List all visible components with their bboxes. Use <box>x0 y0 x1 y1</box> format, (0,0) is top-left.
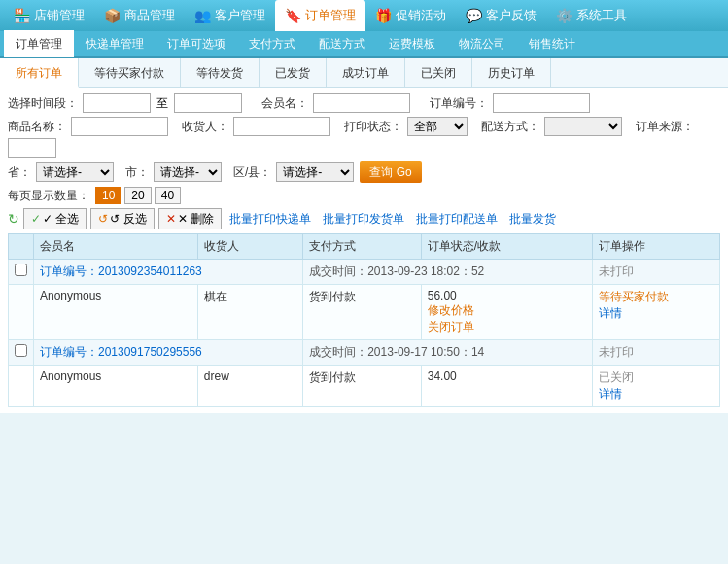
nav-tools[interactable]: ⚙️ 系统工具 <box>546 0 637 31</box>
print-status-label: 打印状态： <box>344 119 402 135</box>
delivery-method-select[interactable] <box>544 117 622 136</box>
top-nav: 🏪 店铺管理 📦 商品管理 👥 客户管理 🔖 订单管理 🎁 促销活动 💬 客户反… <box>0 0 728 31</box>
goods-icon: 📦 <box>104 8 121 23</box>
invert-select-button[interactable]: ↺ ↺ 反选 <box>90 208 154 229</box>
second-nav: 订单管理 快递单管理 订单可选项 支付方式 配送方式 运费模板 物流公司 销售统… <box>0 31 728 58</box>
order1-header: 订单编号：2013092354011263 <box>34 260 303 285</box>
time-to-input[interactable] <box>174 93 242 113</box>
col-status: 订单状态/收款 <box>421 234 592 260</box>
tab-shipped[interactable]: 已发货 <box>260 58 327 88</box>
delete-icon: ✕ <box>166 212 176 226</box>
order2-receiver: drew <box>197 366 302 407</box>
nav-customer[interactable]: 👥 客户管理 <box>185 0 275 31</box>
order2-id: 订单编号：2013091750295556 <box>40 345 202 359</box>
tab-all-orders[interactable]: 所有订单 <box>0 58 79 88</box>
order1-wait-pay-status: 等待买家付款 <box>599 290 669 303</box>
nav-store[interactable]: 🏪 店铺管理 <box>4 0 94 31</box>
perpage-40[interactable]: 40 <box>155 187 181 204</box>
table-row: 订单编号：2013091750295556 成交时间：2013-09-17 10… <box>9 340 720 366</box>
batch-print-delivery-button[interactable]: 批量打印配送单 <box>412 209 502 229</box>
tab-bar: 所有订单 等待买家付款 等待发货 已发货 成功订单 已关闭 历史订单 <box>0 58 728 88</box>
check-icon: ✓ <box>31 212 41 226</box>
col-member: 会员名 <box>34 234 198 260</box>
order-source-label: 订单来源： <box>636 119 694 135</box>
order1-receiver: 棋在 <box>197 285 302 340</box>
city-select[interactable]: 请选择- <box>154 162 222 182</box>
second-nav-freight[interactable]: 运费模板 <box>377 30 447 57</box>
second-nav-delivery[interactable]: 配送方式 <box>307 30 377 57</box>
second-nav-payment[interactable]: 支付方式 <box>237 30 307 57</box>
tab-wait-pay[interactable]: 等待买家付款 <box>79 58 181 88</box>
second-nav-select[interactable]: 订单可选项 <box>156 30 237 57</box>
order1-pay-method: 货到付款 <box>303 285 422 340</box>
select-all-button[interactable]: ✓ ✓ 全选 <box>23 208 87 229</box>
batch-print-express-button[interactable]: 批量打印快递单 <box>225 209 315 229</box>
filter-row-3: 省： 请选择- 市： 请选择- 区/县： 请选择- 查询 Go <box>8 161 720 183</box>
batch-print-ship-button[interactable]: 批量打印发货单 <box>319 209 408 229</box>
order2-header: 订单编号：2013091750295556 <box>34 340 303 366</box>
feedback-icon: 💬 <box>466 8 482 23</box>
goods-name-input[interactable] <box>71 117 168 136</box>
order2-detail-link[interactable]: 详情 <box>599 386 713 403</box>
invert-icon: ↺ <box>98 212 108 226</box>
order1-time: 成交时间：2013-09-23 18:02：52 <box>303 260 593 285</box>
refresh-icon: ↻ <box>8 211 19 227</box>
order-no-label: 订单编号： <box>430 95 488 112</box>
tab-success[interactable]: 成功订单 <box>327 58 405 88</box>
batch-ship-button[interactable]: 批量发货 <box>505 209 560 229</box>
perpage-20[interactable]: 20 <box>124 187 151 204</box>
order1-status-action-2[interactable]: 关闭订单 <box>428 319 586 335</box>
table-row: Anonymous 棋在 货到付款 56.00 修改价格 关闭订单 等待买家付款… <box>9 285 720 340</box>
order1-member: Anonymous <box>34 285 198 340</box>
nav-promo[interactable]: 🎁 促销活动 <box>365 0 456 31</box>
province-select[interactable]: 请选择- <box>36 162 114 182</box>
order2-closed-status: 已关闭 <box>599 370 634 384</box>
col-checkbox <box>9 234 34 260</box>
order2-status: 34.00 <box>421 366 592 407</box>
order2-pay-method: 货到付款 <box>303 366 422 407</box>
time-from-input[interactable] <box>83 93 151 113</box>
order-no-input[interactable] <box>493 93 590 113</box>
time-sep: 至 <box>156 95 168 112</box>
delete-button[interactable]: ✕ ✕ 删除 <box>158 208 222 229</box>
order1-ops: 等待买家付款 详情 <box>592 285 719 340</box>
nav-feedback[interactable]: 💬 客户反馈 <box>456 0 546 31</box>
action-row: ↻ ✓ ✓ 全选 ↺ ↺ 反选 ✕ ✕ 删除 批量打印快递单 批量打印发货单 批… <box>8 208 720 229</box>
tab-wait-ship[interactable]: 等待发货 <box>181 58 260 88</box>
order1-status-action-1[interactable]: 修改价格 <box>428 302 586 319</box>
nav-order[interactable]: 🔖 订单管理 <box>275 0 365 31</box>
query-button[interactable]: 查询 Go <box>360 161 421 183</box>
customer-icon: 👥 <box>194 8 211 23</box>
col-receiver: 收货人 <box>197 234 302 260</box>
table-row: 订单编号：2013092354011263 成交时间：2013-09-23 18… <box>9 260 720 285</box>
province-label: 省： <box>8 164 31 181</box>
nav-goods[interactable]: 📦 商品管理 <box>94 0 185 31</box>
print-status-select[interactable]: 全部 已打印 未打印 <box>407 117 468 136</box>
second-nav-order-mgmt[interactable]: 订单管理 <box>4 30 74 57</box>
tools-icon: ⚙️ <box>556 8 572 23</box>
receiver-input[interactable] <box>233 117 330 136</box>
district-select[interactable]: 请选择- <box>276 162 354 182</box>
order-icon: 🔖 <box>285 8 301 23</box>
tab-closed[interactable]: 已关闭 <box>405 58 472 88</box>
order1-id: 订单编号：2013092354011263 <box>40 264 202 278</box>
tab-history[interactable]: 历史订单 <box>472 58 551 88</box>
orders-table: 会员名 收货人 支付方式 订单状态/收款 订单操作 订单编号：201309235… <box>8 233 720 407</box>
store-icon: 🏪 <box>14 8 30 23</box>
second-nav-express[interactable]: 快递单管理 <box>74 30 156 57</box>
order2-checkbox[interactable] <box>15 344 27 357</box>
orders-table-wrapper: 源码方式下载huamayun.com 会员名 收货人 支付方式 订单状态/收款 … <box>8 233 720 407</box>
order-source-input[interactable] <box>8 138 56 158</box>
perpage-10[interactable]: 10 <box>95 187 121 204</box>
order1-detail-link[interactable]: 详情 <box>599 305 713 322</box>
order2-ops: 已关闭 详情 <box>592 366 719 407</box>
order2-member: Anonymous <box>34 366 198 407</box>
order1-checkbox[interactable] <box>15 264 27 276</box>
receiver-label: 收货人： <box>182 119 228 135</box>
promo-icon: 🎁 <box>375 8 392 23</box>
second-nav-sales[interactable]: 销售统计 <box>517 30 587 57</box>
order1-data-checkbox-cell <box>9 285 34 340</box>
time-range-label: 选择时间段： <box>8 95 78 112</box>
second-nav-logistics[interactable]: 物流公司 <box>447 30 517 57</box>
member-name-input[interactable] <box>313 93 410 113</box>
